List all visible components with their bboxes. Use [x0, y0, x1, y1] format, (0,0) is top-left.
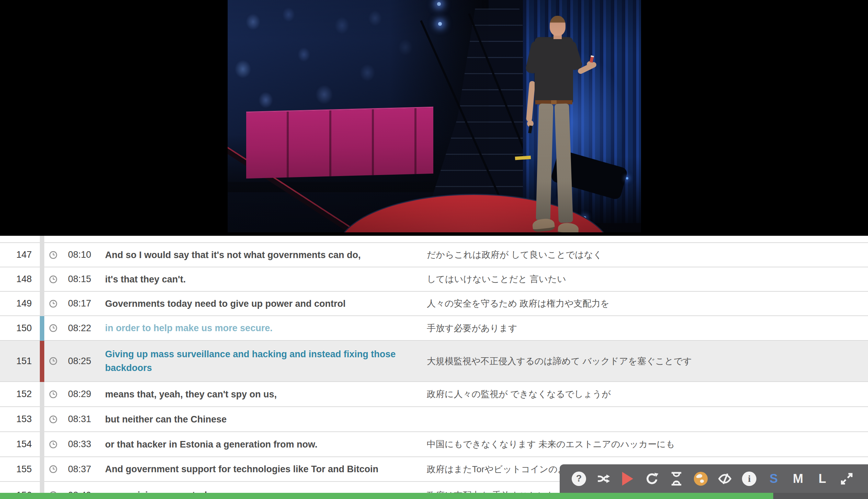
subtitle-text-en[interactable]: but neither can the Chinese — [105, 413, 236, 426]
video-vignette — [228, 0, 641, 232]
row-number: 149 — [0, 292, 40, 316]
hide-subtitles-button[interactable] — [716, 468, 734, 489]
subtitle-text-jp[interactable]: してはいけないことだと 言いたい — [427, 267, 868, 292]
clock-icon[interactable] — [49, 324, 57, 332]
video-player[interactable] — [228, 0, 641, 232]
subtitle-text-jp[interactable]: 政府に人々の監視が できなくなるでしょうが — [427, 382, 868, 407]
table-row-selected[interactable]: 151 08:25 Giving up mass surveillance an… — [0, 341, 868, 382]
clock-icon[interactable] — [49, 390, 57, 398]
table-row[interactable]: 149 08:17 Governments today need to give… — [0, 292, 868, 316]
row-number: 152 — [0, 382, 40, 407]
row-number: 154 — [0, 432, 40, 457]
size-medium-label: M — [793, 472, 803, 486]
subtitle-text-jp[interactable]: 人々の安全を守るため 政府は権力や支配力を — [427, 292, 868, 316]
subtitle-editor-screen: 147 08:10 And so I would say that it's n… — [0, 0, 868, 499]
video-progress-bar[interactable] — [0, 493, 868, 499]
clock-icon[interactable] — [49, 357, 57, 365]
clock-icon[interactable] — [49, 440, 57, 449]
player-toolbar: ? — [560, 464, 868, 493]
subtitle-text-en[interactable]: Giving up mass surveillance and hacking … — [105, 347, 404, 375]
expand-icon — [840, 472, 854, 486]
clock-icon[interactable] — [49, 465, 57, 473]
subtitle-text-en[interactable]: in order to help make us more secure. — [105, 321, 282, 335]
clock-icon[interactable] — [49, 415, 57, 423]
replay-button[interactable] — [643, 468, 661, 489]
table-row[interactable]: 154 08:33 or that hacker in Estonia a ge… — [0, 432, 868, 457]
row-number: 147 — [0, 243, 40, 267]
play-icon — [622, 472, 633, 486]
table-row[interactable]: 148 08:15 it's that they can't. してはいけないこ… — [0, 267, 868, 292]
subtitle-text-en[interactable]: means that, yeah, they can't spy on us, — [105, 387, 286, 401]
subtitle-text-jp[interactable]: 中国にもできなくなります 未来のエストニアのハッカーにも — [427, 432, 868, 457]
table-row[interactable]: 153 08:31 but neither can the Chinese — [0, 407, 868, 432]
video-progress-fill — [0, 493, 773, 499]
shuffle-icon — [596, 472, 611, 486]
row-marker — [40, 243, 44, 267]
subtitle-text-en[interactable]: Governments today need to give up power … — [105, 297, 355, 311]
timestamp[interactable]: 08:25 — [68, 356, 93, 367]
row-marker — [40, 382, 44, 407]
subtitle-text-en[interactable]: or that hacker in Estonia a generation f… — [105, 438, 327, 451]
timestamp[interactable]: 08:37 — [68, 464, 93, 475]
hourglass-icon — [670, 471, 683, 486]
row-marker — [40, 292, 44, 316]
clock-icon[interactable] — [49, 275, 57, 283]
row-marker-selected — [40, 341, 44, 382]
row-number: 151 — [0, 341, 40, 382]
fullscreen-button[interactable] — [838, 468, 856, 489]
subtitle-text-en[interactable]: And government support for technologies … — [105, 462, 387, 476]
subtitle-table: 147 08:10 And so I would say that it's n… — [0, 236, 868, 499]
subtitle-size-medium-button[interactable]: M — [789, 468, 807, 489]
subtitle-text-en[interactable]: And so I would say that it's not what go… — [105, 248, 370, 262]
timestamp[interactable]: 08:17 — [68, 298, 93, 309]
info-circle-icon: i — [742, 472, 756, 486]
clock-icon[interactable] — [49, 251, 57, 259]
timestamp[interactable]: 08:31 — [68, 414, 93, 425]
reload-icon — [645, 472, 659, 486]
table-row-active[interactable]: 150 08:22 in order to help make us more … — [0, 316, 868, 341]
subtitle-text-jp[interactable] — [427, 407, 868, 432]
row-marker — [40, 267, 44, 292]
subtitle-size-large-button[interactable]: L — [813, 468, 831, 489]
row-marker — [40, 407, 44, 432]
table-row[interactable]: 147 08:10 And so I would say that it's n… — [0, 243, 868, 267]
question-circle-icon: ? — [572, 472, 586, 486]
subtitle-size-small-button[interactable]: S — [765, 468, 783, 489]
video-letterbox — [0, 0, 868, 236]
timestamp[interactable]: 08:29 — [68, 389, 93, 399]
row-marker — [40, 457, 44, 482]
size-small-label: S — [769, 472, 778, 486]
info-button[interactable]: i — [740, 468, 758, 489]
table-row-partial — [0, 236, 868, 243]
timestamp[interactable]: 08:15 — [68, 274, 93, 285]
timestamp[interactable]: 08:33 — [68, 439, 93, 450]
row-marker — [40, 432, 44, 457]
help-button[interactable]: ? — [570, 468, 588, 489]
play-button[interactable] — [619, 468, 637, 489]
language-button[interactable] — [692, 468, 710, 489]
row-number: 153 — [0, 407, 40, 432]
shuffle-button[interactable] — [594, 468, 612, 489]
globe-icon — [693, 471, 708, 486]
row-number: 148 — [0, 267, 40, 292]
subtitle-text-jp[interactable]: 大規模監視や不正侵入するのは諦めて バックドアを塞ぐことです — [427, 341, 868, 382]
row-marker-active — [40, 316, 44, 341]
subtitle-text-jp[interactable]: 手放す必要があります — [427, 316, 868, 341]
row-number: 155 — [0, 457, 40, 482]
row-number: 150 — [0, 316, 40, 341]
table-row[interactable]: 152 08:29 means that, yeah, they can't s… — [0, 382, 868, 407]
timing-button[interactable] — [667, 468, 685, 489]
size-large-label: L — [819, 472, 826, 486]
eye-slash-icon — [717, 472, 733, 486]
subtitle-text-jp[interactable]: だからこれは政府が して良いことではなく — [427, 243, 868, 267]
subtitle-text-en[interactable]: it's that they can't. — [105, 272, 195, 286]
timestamp[interactable]: 08:22 — [68, 323, 93, 334]
timestamp[interactable]: 08:10 — [68, 250, 93, 260]
clock-icon[interactable] — [49, 300, 57, 308]
